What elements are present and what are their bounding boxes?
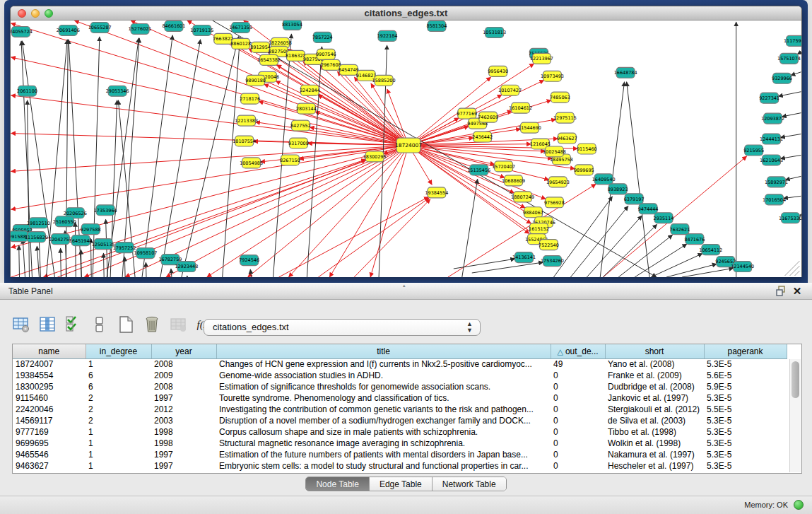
table-cell[interactable]: 0 (551, 381, 605, 392)
graph-node[interactable]: 14136141 (512, 252, 536, 263)
graph-node[interactable]: 8912954 (250, 42, 271, 52)
column-header-short[interactable]: short (605, 344, 704, 358)
graph-node[interactable]: 8427552 (290, 120, 311, 131)
table-cell[interactable]: Nakamura et al. (1997) (605, 449, 704, 460)
table-cell[interactable]: 1 (86, 426, 151, 438)
column-header-in_degree[interactable]: in_degree (86, 344, 151, 358)
close-panel-icon[interactable]: ✕ (791, 285, 804, 298)
row-selection-mode-icon[interactable] (90, 315, 110, 334)
graph-node[interactable]: 11175904 (784, 35, 801, 46)
graph-node[interactable]: 15885200 (372, 75, 396, 86)
table-row[interactable]: 946554611997Estimation of the future num… (13, 449, 787, 460)
graph-node[interactable]: 15892971 (765, 177, 788, 187)
graph-node[interactable]: 8581304 (426, 21, 447, 31)
table-cell[interactable]: 1997 (151, 392, 216, 404)
float-panel-icon[interactable] (775, 285, 788, 298)
graph-node[interactable]: 12093872 (761, 113, 784, 124)
graph-node[interactable]: 7857224 (312, 32, 333, 42)
graph-node[interactable]: 12923448 (175, 262, 198, 272)
graph-node[interactable]: 10719135 (190, 25, 213, 35)
graph-node[interactable]: 18107554 (233, 136, 256, 146)
graph-node[interactable]: 18300295 (363, 151, 387, 162)
table-cell[interactable]: Corpus callosum shape and size in male p… (216, 426, 551, 438)
graph-node[interactable]: 9474444 (638, 204, 659, 214)
table-cell[interactable]: 0 (551, 460, 605, 472)
graph-node[interactable]: 9463627 (557, 133, 577, 144)
graph-node[interactable]: 10654112 (699, 245, 722, 255)
table-cell[interactable]: 1 (86, 460, 151, 472)
graph-node[interactable]: 2061100 (17, 86, 37, 96)
tab-network-table[interactable]: Network Table (433, 477, 506, 491)
table-cell[interactable]: 0 (551, 404, 605, 415)
table-row[interactable]: 1830029562008Estimation of significance … (13, 381, 787, 392)
graph-node[interactable]: 9956430 (488, 66, 508, 76)
table-cell[interactable]: 6 (86, 381, 151, 392)
graph-node[interactable]: 16104612 (509, 103, 532, 113)
table-cell[interactable]: 1 (86, 438, 151, 449)
table-cell[interactable]: Changes of HCN gene expression and I(f) … (216, 358, 551, 370)
graph-node[interactable]: 11156829 (25, 232, 48, 243)
graph-node[interactable]: 15720407 (492, 161, 515, 172)
graph-node[interactable]: 10655287 (88, 22, 112, 33)
graph-node[interactable]: 16210643 (760, 155, 783, 165)
table-cell[interactable]: 2008 (151, 381, 216, 392)
table-cell[interactable]: 2 (86, 415, 151, 426)
graph-node[interactable]: 8471676 (684, 234, 705, 245)
table-cell[interactable]: 9463627 (13, 460, 86, 472)
table-cell[interactable]: 14569117 (13, 415, 86, 426)
table-row[interactable]: 977716911998Corpus callosum shape and si… (13, 426, 787, 438)
table-cell[interactable]: Wolkin et al. (1998) (605, 438, 704, 449)
graph-node[interactable]: 9899695 (574, 165, 594, 175)
table-cell[interactable]: 18724007 (13, 358, 86, 370)
table-cell[interactable]: Structural magnetic resonance image aver… (216, 438, 551, 449)
graph-node[interactable]: 16648784 (614, 67, 637, 78)
table-cell[interactable]: 2009 (151, 370, 216, 381)
graph-node[interactable]: 7924546 (239, 255, 259, 266)
table-cell[interactable]: 18300295 (13, 381, 86, 392)
table-cell[interactable]: Investigating the contribution of common… (216, 404, 551, 415)
table-cell[interactable]: 5.3E-5 (704, 460, 787, 472)
table-cell[interactable]: 22420046 (13, 404, 86, 415)
table-cell[interactable]: 6 (86, 370, 151, 381)
table-settings-icon[interactable] (11, 315, 31, 334)
graph-node[interactable]: 19384554 (425, 187, 448, 198)
table-cell[interactable]: 0 (551, 438, 605, 449)
graph-node[interactable]: 2803144 (296, 103, 317, 114)
graph-node[interactable]: 9329966 (772, 73, 792, 83)
graph-node[interactable]: 9115460 (577, 144, 597, 154)
table-row[interactable]: 1872400712008Changes of HCN gene express… (13, 358, 787, 370)
resize-grip-icon[interactable] (794, 271, 799, 276)
table-cell[interactable]: 9699695 (13, 438, 86, 449)
table-cell[interactable]: 5.3E-5 (704, 392, 787, 404)
graph-node[interactable]: 19812510 (27, 218, 50, 228)
table-cell[interactable]: 5.3E-5 (704, 438, 787, 449)
table-cell[interactable]: Estimation of the future numbers of pati… (216, 449, 551, 460)
table-cell[interactable]: 2 (86, 392, 151, 404)
table-cell[interactable]: 1997 (151, 449, 216, 460)
graph-node[interactable]: 15751074 (777, 53, 801, 64)
graph-node[interactable]: 15276021 (129, 23, 152, 34)
table-cell[interactable]: 0 (551, 392, 605, 404)
minimize-window-icon[interactable] (31, 9, 40, 18)
graph-node[interactable]: 12213967 (530, 53, 553, 64)
graph-node[interactable]: 17353964 (94, 205, 117, 216)
graph-node[interactable]: 9215955 (743, 145, 764, 156)
graph-node[interactable]: 29053346 (106, 86, 129, 96)
table-cell[interactable]: Jankovic et al. (1997) (605, 392, 704, 404)
tab-node-table[interactable]: Node Table (306, 477, 370, 491)
graph-node[interactable]: 1922184 (377, 30, 398, 41)
table-cell[interactable]: de Silva et al. (2003) (605, 415, 704, 426)
graph-node[interactable]: 24055724 (11, 26, 33, 37)
graph-node[interactable]: 18807249 (511, 192, 534, 202)
graph-node[interactable]: 11544690 (518, 122, 541, 133)
column-header-name[interactable]: name (13, 344, 86, 358)
graph-node[interactable]: 10107427 (498, 85, 522, 95)
column-header-pagerank[interactable]: pagerank (704, 344, 787, 358)
graph-node[interactable]: 12505135 (92, 239, 115, 250)
table-row[interactable]: 969969511998Structural magnetic resonanc… (13, 438, 787, 449)
table-cell[interactable]: 2012 (151, 404, 216, 415)
network-graph-canvas[interactable]: 2405572420691406106552871527602184661601… (11, 21, 801, 277)
table-cell[interactable]: Dudbridge et al. (2008) (605, 381, 704, 392)
graph-node[interactable]: 6379197 (624, 194, 645, 204)
close-window-icon[interactable] (18, 9, 26, 18)
